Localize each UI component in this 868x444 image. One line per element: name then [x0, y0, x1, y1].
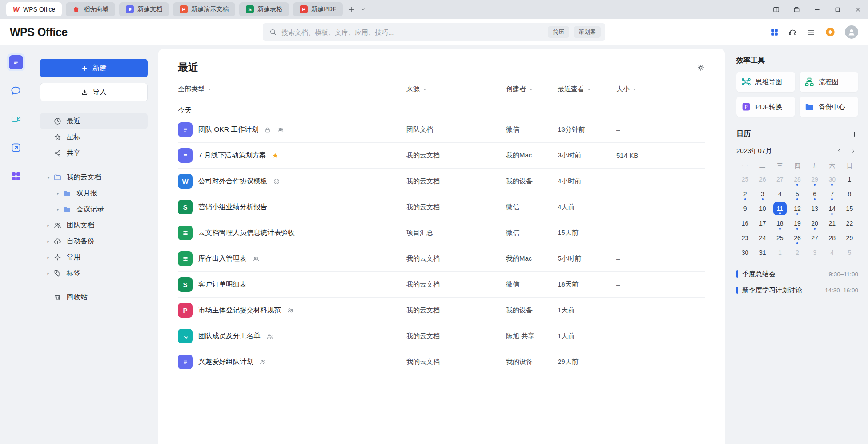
workspace-button[interactable]: [786, 0, 807, 19]
sidebar-item-最近[interactable]: 最近: [40, 113, 148, 129]
sidebar-tree-item-双月报[interactable]: ▸双月报: [40, 185, 148, 201]
calendar-day[interactable]: 25: [771, 230, 788, 245]
calendar-day[interactable]: 29: [806, 172, 824, 186]
minimize-button[interactable]: [807, 0, 827, 19]
tab-4[interactable]: S新建表格: [239, 2, 289, 16]
tab-3[interactable]: P新建演示文稿: [173, 2, 235, 16]
calendar-day[interactable]: 6: [806, 186, 824, 201]
file-name[interactable]: 团队 OKR 工作计划: [198, 125, 258, 134]
calendar-day[interactable]: 26: [788, 230, 806, 245]
import-button[interactable]: 导入: [40, 83, 148, 101]
sidebar-tree-item-常用[interactable]: ▸常用: [40, 249, 148, 265]
sidebar-item-星标[interactable]: 星标: [40, 129, 148, 145]
tab-2[interactable]: 新建文档: [119, 2, 169, 16]
table-row[interactable]: 库存出入管理表我的云文档我的Mac5小时前–: [178, 246, 705, 272]
calendar-day[interactable]: 26: [754, 172, 771, 186]
filter-dropdown-0[interactable]: 全部类型: [178, 85, 212, 93]
calendar-day[interactable]: 25: [736, 172, 754, 186]
tab-list-dropdown[interactable]: [358, 3, 369, 16]
calendar-day[interactable]: 27: [771, 172, 788, 186]
tab-0[interactable]: WWPS Office: [6, 2, 62, 16]
file-name[interactable]: 公司对外合作协议模板: [198, 177, 267, 186]
calendar-day[interactable]: 15: [841, 201, 858, 216]
rail-item-chat[interactable]: [7, 82, 25, 100]
calendar-day[interactable]: 29: [841, 230, 858, 245]
support-headset-button[interactable]: [788, 28, 797, 37]
calendar-day[interactable]: 7: [824, 186, 841, 201]
calendar-day[interactable]: 16: [736, 216, 754, 230]
calendar-day[interactable]: 5: [788, 186, 806, 201]
filter-dropdown-4[interactable]: 大小: [616, 85, 637, 93]
calendar-day[interactable]: 3: [806, 245, 824, 260]
calendar-day[interactable]: 4: [824, 245, 841, 260]
calendar-day[interactable]: 10: [754, 201, 771, 216]
sidebar-item-trash[interactable]: 回收站: [40, 289, 148, 305]
file-name[interactable]: 兴趣爱好组队计划: [198, 357, 253, 367]
caret-right-icon[interactable]: ▸: [53, 191, 63, 196]
caret-right-icon[interactable]: ▸: [44, 239, 53, 244]
global-search-bar[interactable]: 简历 策划案: [263, 23, 605, 41]
calendar-day[interactable]: 4: [771, 186, 788, 201]
calendar-event[interactable]: 季度总结会9:30–11:00: [736, 266, 858, 282]
calendar-day[interactable]: 28: [824, 230, 841, 245]
calendar-day[interactable]: 13: [806, 201, 824, 216]
file-name[interactable]: 云文档管理人员信息统计表验收: [198, 228, 295, 238]
sidebar-item-共享[interactable]: 共享: [40, 145, 148, 161]
table-row[interactable]: 团队成员及分工名单我的云文档陈旭 共享1天前–: [178, 323, 705, 349]
calendar-day[interactable]: 31: [754, 245, 771, 260]
filter-dropdown-3[interactable]: 最近查看: [558, 85, 592, 93]
file-name[interactable]: 团队成员及分工名单: [198, 331, 261, 341]
table-row[interactable]: 兴趣爱好组队计划我的云文档我的设备29天前–: [178, 349, 705, 375]
rail-item-apps[interactable]: [7, 167, 25, 185]
file-name[interactable]: 客户订单明细表: [198, 280, 247, 289]
filter-dropdown-1[interactable]: 来源: [406, 85, 427, 93]
calendar-day[interactable]: 22: [841, 216, 858, 230]
calendar-day-selected[interactable]: 11: [771, 201, 788, 216]
tool-流程图[interactable]: 流程图: [800, 72, 858, 92]
calendar-day[interactable]: 1: [841, 172, 858, 186]
search-tag-plan[interactable]: 策划案: [574, 26, 601, 38]
tool-思维导图[interactable]: 思维导图: [736, 72, 795, 92]
layout-panel-button[interactable]: [766, 0, 786, 19]
new-tab-button[interactable]: [345, 3, 358, 16]
calendar-add-button[interactable]: [851, 130, 858, 138]
sidebar-tree-item-团队文档[interactable]: ▸团队文档: [40, 217, 148, 233]
table-row[interactable]: S客户订单明细表我的云文档微信18天前–: [178, 272, 705, 298]
caret-right-icon[interactable]: ▸: [53, 207, 63, 212]
sidebar-tree-item-自动备份[interactable]: ▸自动备份: [40, 233, 148, 249]
table-row[interactable]: 团队 OKR 工作计划团队文档微信13分钟前–: [178, 117, 705, 143]
new-document-button[interactable]: 新建: [40, 59, 148, 77]
table-row[interactable]: P市场主体登记提交材料规范我的云文档我的设备1天前–: [178, 298, 705, 323]
rail-item-meeting[interactable]: [7, 110, 25, 128]
sidebar-tree-item-标签[interactable]: ▸标签: [40, 265, 148, 281]
calendar-day[interactable]: 28: [788, 172, 806, 186]
calendar-day[interactable]: 19: [788, 216, 806, 230]
tab-5[interactable]: P新建PDF: [293, 2, 343, 16]
member-vip-badge[interactable]: [824, 26, 836, 38]
calendar-day[interactable]: 2: [788, 245, 806, 260]
calendar-day[interactable]: 20: [806, 216, 824, 230]
calendar-day[interactable]: 24: [754, 230, 771, 245]
sidebar-tree-item-会议记录[interactable]: ▸会议记录: [40, 201, 148, 217]
rail-item-documents[interactable]: [7, 53, 25, 71]
caret-right-icon[interactable]: ▸: [44, 271, 53, 276]
calendar-day[interactable]: 3: [754, 186, 771, 201]
close-button[interactable]: [848, 0, 868, 19]
file-name[interactable]: 营销小组业绩分析报告: [198, 202, 267, 212]
calendar-day[interactable]: 23: [736, 230, 754, 245]
calendar-day[interactable]: 9: [736, 201, 754, 216]
settings-gear-button[interactable]: [696, 63, 705, 72]
sidebar-tree-item-我的云文档[interactable]: ▾我的云文档: [40, 169, 148, 185]
tool-备份中心[interactable]: 备份中心: [800, 97, 858, 117]
calendar-day[interactable]: 5: [841, 245, 858, 260]
search-input[interactable]: [281, 28, 543, 36]
calendar-day[interactable]: 17: [754, 216, 771, 230]
apps-grid-button[interactable]: [770, 28, 779, 37]
calendar-prev-button[interactable]: [834, 146, 844, 156]
file-name[interactable]: 库存出入管理表: [198, 254, 247, 263]
user-avatar[interactable]: [845, 25, 858, 39]
caret-right-icon[interactable]: ▸: [44, 255, 53, 260]
calendar-day[interactable]: 8: [841, 186, 858, 201]
filter-dropdown-2[interactable]: 创建者: [506, 85, 534, 93]
menu-button[interactable]: [806, 28, 816, 37]
